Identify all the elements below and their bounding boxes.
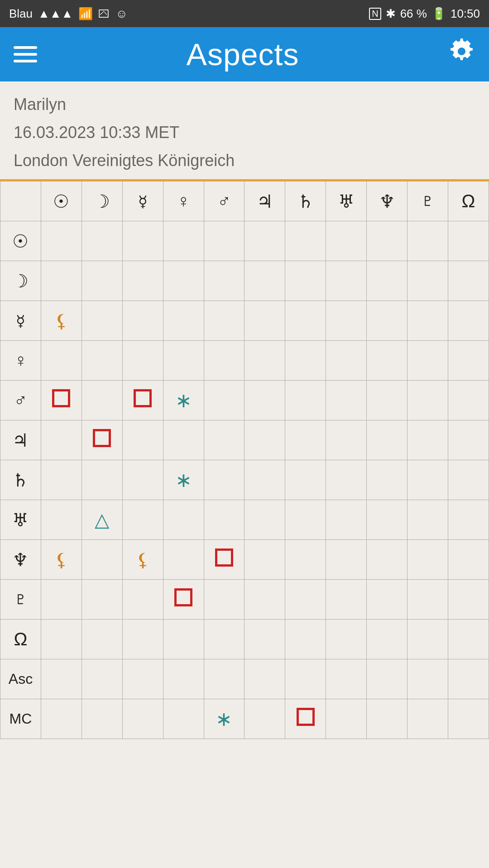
cell-neptune-neptune[interactable] <box>367 540 408 580</box>
cell-mc-mars[interactable]: ∗ <box>204 699 244 739</box>
cell-node-jupiter[interactable] <box>244 620 285 659</box>
cell-pluto-node[interactable] <box>448 580 489 620</box>
cell-node-pluto[interactable] <box>408 620 448 659</box>
cell-moon-mars[interactable] <box>204 261 244 301</box>
cell-mars-sun[interactable] <box>41 381 82 420</box>
cell-asc-sun[interactable] <box>41 659 82 699</box>
cell-saturn-mercury[interactable] <box>122 460 163 500</box>
cell-uranus-mars[interactable] <box>204 500 244 540</box>
cell-node-neptune[interactable] <box>367 620 408 659</box>
cell-moon-venus[interactable] <box>163 261 204 301</box>
cell-pluto-sun[interactable] <box>41 580 82 620</box>
cell-moon-mercury[interactable] <box>122 261 163 301</box>
cell-saturn-jupiter[interactable] <box>244 460 285 500</box>
cell-moon-neptune[interactable] <box>367 261 408 301</box>
cell-mc-saturn[interactable] <box>285 699 326 739</box>
cell-saturn-moon[interactable] <box>82 460 122 500</box>
cell-asc-jupiter[interactable] <box>244 659 285 699</box>
cell-node-mars[interactable] <box>204 620 244 659</box>
cell-mercury-mercury[interactable] <box>122 301 163 341</box>
cell-mercury-mars[interactable] <box>204 301 244 341</box>
cell-sun-saturn[interactable] <box>285 221 326 261</box>
cell-uranus-venus[interactable] <box>163 500 204 540</box>
cell-pluto-venus[interactable] <box>163 580 204 620</box>
cell-jupiter-saturn[interactable] <box>285 420 326 460</box>
cell-moon-jupiter[interactable] <box>244 261 285 301</box>
cell-uranus-sun[interactable] <box>41 500 82 540</box>
cell-mars-mars[interactable] <box>204 381 244 420</box>
cell-moon-sun[interactable] <box>41 261 82 301</box>
cell-node-node[interactable] <box>448 620 489 659</box>
cell-moon-moon[interactable] <box>82 261 122 301</box>
cell-mc-sun[interactable] <box>41 699 82 739</box>
cell-mercury-saturn[interactable] <box>285 301 326 341</box>
cell-sun-uranus[interactable] <box>326 221 367 261</box>
cell-venus-mars[interactable] <box>204 341 244 381</box>
cell-uranus-pluto[interactable] <box>408 500 448 540</box>
cell-pluto-saturn[interactable] <box>285 580 326 620</box>
cell-moon-uranus[interactable] <box>326 261 367 301</box>
cell-uranus-jupiter[interactable] <box>244 500 285 540</box>
cell-node-venus[interactable] <box>163 620 204 659</box>
cell-jupiter-neptune[interactable] <box>367 420 408 460</box>
cell-jupiter-uranus[interactable] <box>326 420 367 460</box>
cell-sun-mercury[interactable] <box>122 221 163 261</box>
cell-neptune-jupiter[interactable] <box>244 540 285 580</box>
cell-saturn-mars[interactable] <box>204 460 244 500</box>
cell-node-moon[interactable] <box>82 620 122 659</box>
cell-venus-node[interactable] <box>448 341 489 381</box>
cell-venus-uranus[interactable] <box>326 341 367 381</box>
cell-saturn-neptune[interactable] <box>367 460 408 500</box>
settings-button[interactable] <box>448 38 475 71</box>
cell-mars-node[interactable] <box>448 381 489 420</box>
cell-asc-uranus[interactable] <box>326 659 367 699</box>
cell-neptune-sun[interactable]: ⚸ <box>41 540 82 580</box>
cell-asc-node[interactable] <box>448 659 489 699</box>
cell-saturn-pluto[interactable] <box>408 460 448 500</box>
cell-jupiter-jupiter[interactable] <box>244 420 285 460</box>
cell-mars-moon[interactable] <box>82 381 122 420</box>
cell-neptune-node[interactable] <box>448 540 489 580</box>
cell-pluto-uranus[interactable] <box>326 580 367 620</box>
cell-mc-neptune[interactable] <box>367 699 408 739</box>
cell-mercury-pluto[interactable] <box>408 301 448 341</box>
cell-neptune-saturn[interactable] <box>285 540 326 580</box>
cell-mercury-neptune[interactable] <box>367 301 408 341</box>
cell-saturn-saturn[interactable] <box>285 460 326 500</box>
cell-mercury-moon[interactable] <box>82 301 122 341</box>
cell-uranus-uranus[interactable] <box>326 500 367 540</box>
cell-mc-venus[interactable] <box>163 699 204 739</box>
cell-uranus-node[interactable] <box>448 500 489 540</box>
cell-saturn-uranus[interactable] <box>326 460 367 500</box>
cell-venus-venus[interactable] <box>163 341 204 381</box>
cell-sun-node[interactable] <box>448 221 489 261</box>
cell-sun-neptune[interactable] <box>367 221 408 261</box>
cell-asc-mercury[interactable] <box>122 659 163 699</box>
cell-pluto-pluto[interactable] <box>408 580 448 620</box>
cell-pluto-mercury[interactable] <box>122 580 163 620</box>
cell-mc-mercury[interactable] <box>122 699 163 739</box>
cell-mercury-uranus[interactable] <box>326 301 367 341</box>
cell-node-mercury[interactable] <box>122 620 163 659</box>
cell-node-uranus[interactable] <box>326 620 367 659</box>
cell-sun-venus[interactable] <box>163 221 204 261</box>
cell-venus-sun[interactable] <box>41 341 82 381</box>
cell-sun-jupiter[interactable] <box>244 221 285 261</box>
cell-venus-saturn[interactable] <box>285 341 326 381</box>
cell-mercury-node[interactable] <box>448 301 489 341</box>
cell-mc-pluto[interactable] <box>408 699 448 739</box>
cell-mars-saturn[interactable] <box>285 381 326 420</box>
cell-moon-pluto[interactable] <box>408 261 448 301</box>
cell-neptune-mars[interactable] <box>204 540 244 580</box>
menu-button[interactable] <box>14 46 37 62</box>
cell-mc-moon[interactable] <box>82 699 122 739</box>
cell-pluto-jupiter[interactable] <box>244 580 285 620</box>
cell-asc-neptune[interactable] <box>367 659 408 699</box>
cell-mercury-jupiter[interactable] <box>244 301 285 341</box>
cell-jupiter-sun[interactable] <box>41 420 82 460</box>
cell-asc-mars[interactable] <box>204 659 244 699</box>
cell-uranus-moon[interactable]: △ <box>82 500 122 540</box>
cell-asc-venus[interactable] <box>163 659 204 699</box>
cell-neptune-uranus[interactable] <box>326 540 367 580</box>
cell-jupiter-pluto[interactable] <box>408 420 448 460</box>
